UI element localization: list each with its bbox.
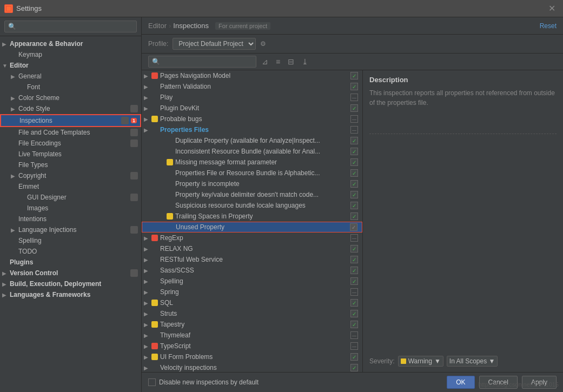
inspection-item-dup_prop[interactable]: Duplicate Property (available for Analyz… xyxy=(142,135,362,146)
inspection-item-tapestry[interactable]: ▶Tapestry xyxy=(142,319,362,330)
sidebar-item-fileencodings[interactable]: File Encodings xyxy=(0,138,141,149)
checkbox-prop_incomplete[interactable] xyxy=(350,180,358,188)
checkbox-spelling[interactable] xyxy=(350,277,358,285)
inspection-item-sass_scss[interactable]: ▶Sass/SCSS xyxy=(142,265,362,276)
sidebar-item-build[interactable]: ▶Build, Execution, Deployment xyxy=(0,278,141,289)
inspection-item-sql[interactable]: ▶SQL xyxy=(142,297,362,308)
checkbox-props_alpha[interactable] xyxy=(350,169,358,177)
checkbox-struts[interactable] xyxy=(350,310,358,317)
inspection-item-struts[interactable]: ▶Struts xyxy=(142,308,362,319)
inspection-search-input[interactable] xyxy=(148,56,256,68)
checkbox-incon_res[interactable] xyxy=(350,148,358,155)
inspection-item-relax_ng[interactable]: ▶RELAX NG xyxy=(142,243,362,254)
checkbox-spring[interactable] xyxy=(350,288,358,296)
sidebar-item-general[interactable]: ▶General xyxy=(0,71,141,82)
sidebar-item-plugins[interactable]: Plugins xyxy=(0,257,141,268)
disable-checkbox[interactable] xyxy=(148,378,156,386)
inspection-item-thymeleaf[interactable]: ▶Thymeleaf xyxy=(142,330,362,341)
sidebar-item-languages[interactable]: ▶Languages & Frameworks xyxy=(0,289,141,300)
sidebar-search-input[interactable] xyxy=(4,21,137,32)
inspection-item-trailing_spaces[interactable]: Trailing Spaces in Property xyxy=(142,211,362,222)
checkbox-velocity[interactable] xyxy=(350,364,358,371)
close-button[interactable]: ✕ xyxy=(545,2,559,15)
sidebar-item-filecodetemplates[interactable]: File and Code Templates xyxy=(0,127,141,138)
checkbox-ui_form[interactable] xyxy=(350,353,358,361)
sidebar-label-langinjections: Language Injections xyxy=(18,226,128,234)
sidebar-item-versioncontrol[interactable]: ▶Version Control xyxy=(0,268,141,278)
inspection-item-props_alpha[interactable]: Properties File or Resource Bundle is Al… xyxy=(142,168,362,178)
checkbox-play[interactable] xyxy=(350,94,358,101)
sidebar-item-colorscheme[interactable]: ▶Color Scheme xyxy=(0,92,141,103)
checkbox-unused_prop[interactable] xyxy=(350,223,357,231)
inspection-item-typescript[interactable]: ▶TypeScript xyxy=(142,341,362,351)
export-button[interactable]: ⤓ xyxy=(300,56,310,67)
checkbox-probable_bugs[interactable] xyxy=(350,115,358,123)
filter-button[interactable]: ⊿ xyxy=(260,56,270,67)
sidebar-item-keymap[interactable]: Keymap xyxy=(0,49,141,60)
inspection-item-incon_res[interactable]: Inconsistent Resource Bundle (available … xyxy=(142,146,362,157)
checkbox-thymeleaf[interactable] xyxy=(350,331,358,339)
sidebar-item-guidesigner[interactable]: GUI Designer xyxy=(0,192,141,203)
watermark: https://blog.csdn.net/ZHH1015 xyxy=(478,381,559,388)
checkbox-tapestry[interactable] xyxy=(350,321,358,328)
gear-icon[interactable]: ⚙ xyxy=(260,40,266,48)
checkbox-regexp[interactable] xyxy=(350,234,358,242)
checkbox-suspicious_locale[interactable] xyxy=(350,202,358,209)
checkbox-trailing_spaces[interactable] xyxy=(350,212,358,220)
reset-button[interactable]: Reset xyxy=(540,22,557,30)
inspection-item-regexp[interactable]: ▶RegExp xyxy=(142,232,362,243)
sidebar-item-intentions[interactable]: Intentions xyxy=(0,214,141,224)
profile-select[interactable]: Project Default Project xyxy=(173,38,256,50)
sidebar-item-spelling[interactable]: Spelling xyxy=(0,235,141,246)
inspection-item-spelling[interactable]: ▶Spelling xyxy=(142,276,362,287)
checkbox-prop_delim[interactable] xyxy=(350,191,358,198)
sidebar-item-todo[interactable]: TODO xyxy=(0,246,141,257)
sidebar-label-editor: Editor xyxy=(10,62,138,69)
expand-button[interactable]: ≡ xyxy=(274,56,282,67)
ok-button[interactable]: OK xyxy=(447,376,474,389)
checkbox-properties_files[interactable] xyxy=(350,126,358,134)
checkbox-pages_nav[interactable] xyxy=(350,72,358,79)
sidebar-item-inspections[interactable]: Inspections1 xyxy=(0,114,141,127)
checkbox-pattern_val[interactable] xyxy=(350,83,358,90)
checkbox-typescript[interactable] xyxy=(350,342,358,350)
checkbox-restful[interactable] xyxy=(350,256,358,263)
inspection-item-prop_delim[interactable]: Property key/value delimiter doesn't mat… xyxy=(142,189,362,200)
sidebar-item-images[interactable]: Images xyxy=(0,203,141,214)
inspection-item-properties_files[interactable]: ▶Properties Files xyxy=(142,124,362,135)
sidebar-item-emmet[interactable]: Emmet xyxy=(0,181,141,192)
inspection-item-suspicious_locale[interactable]: Suspicious resource bundle locale langua… xyxy=(142,200,362,211)
inspection-item-pattern_val[interactable]: ▶Pattern Validation xyxy=(142,81,362,92)
inspection-item-missing_msg[interactable]: Missing message format parameter xyxy=(142,157,362,168)
inspection-item-probable_bugs[interactable]: ▶Probable bugs xyxy=(142,114,362,124)
inspection-item-restful[interactable]: ▶RESTful Web Service xyxy=(142,254,362,265)
inspection-item-spring[interactable]: ▶Spring xyxy=(142,287,362,297)
checkbox-plugin_devkit[interactable] xyxy=(350,104,358,112)
inspection-item-ui_form[interactable]: ▶UI Form Problems xyxy=(142,351,362,362)
sidebar-item-editor[interactable]: ▼Editor xyxy=(0,60,141,71)
inspection-item-play[interactable]: ▶Play xyxy=(142,92,362,103)
checkbox-dup_prop[interactable] xyxy=(350,137,358,144)
inspection-item-plugin_devkit[interactable]: ▶Plugin DevKit xyxy=(142,103,362,114)
checkbox-missing_msg[interactable] xyxy=(350,158,358,166)
checkbox-sass_scss[interactable] xyxy=(350,267,358,274)
inspection-item-pages_nav[interactable]: ▶Pages Navigation Model xyxy=(142,70,362,81)
sidebar-item-codestyle[interactable]: ▶Code Style xyxy=(0,103,141,114)
sidebar-item-livetemplates[interactable]: Live Templates xyxy=(0,149,141,160)
collapse-button[interactable]: ⊟ xyxy=(286,56,296,67)
severity-select[interactable]: Warning ▼ xyxy=(398,356,443,367)
sidebar-item-copyright[interactable]: ▶Copyright xyxy=(0,170,141,181)
badge-icon-fileencodings xyxy=(130,139,138,147)
disable-label: Disable new inspections by default xyxy=(159,378,259,386)
sidebar-item-font[interactable]: Font xyxy=(0,82,141,92)
scope-select[interactable]: In All Scopes ▼ xyxy=(447,356,498,367)
breadcrumb-inspections: Inspections xyxy=(173,22,209,30)
sidebar-item-langinjections[interactable]: ▶Language Injections xyxy=(0,224,141,235)
inspection-item-unused_prop[interactable]: Unused Property xyxy=(142,222,362,232)
inspection-item-velocity[interactable]: ▶Velocity inspections xyxy=(142,362,362,372)
sidebar-item-appearance[interactable]: ▶Appearance & Behavior xyxy=(0,38,141,49)
checkbox-sql[interactable] xyxy=(350,299,358,307)
sidebar-item-filetypes[interactable]: File Types xyxy=(0,160,141,170)
inspection-item-prop_incomplete[interactable]: Property is incomplete xyxy=(142,178,362,189)
checkbox-relax_ng[interactable] xyxy=(350,245,358,253)
